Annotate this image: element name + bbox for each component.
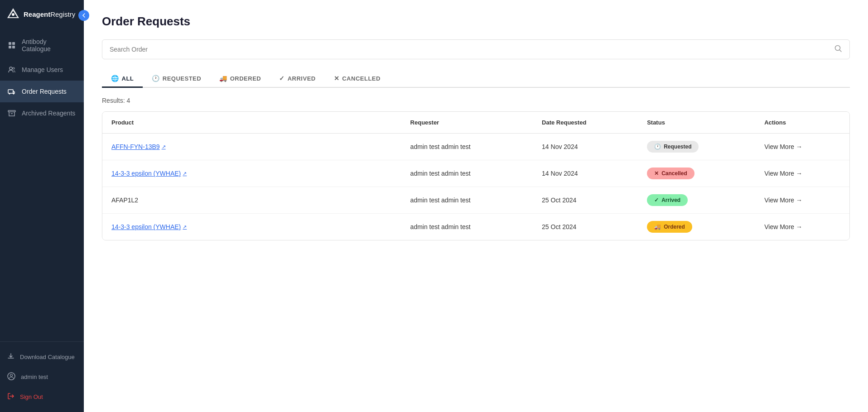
clock-icon: 🕐: [152, 75, 160, 82]
product-link[interactable]: 14-3-3 epsilon (YWHAE) ↗: [111, 223, 392, 230]
search-bar: [102, 39, 850, 59]
sidebar-bottom: Download Catalogue admin test Sign Out: [0, 341, 84, 412]
external-link-icon: ↗: [183, 224, 187, 230]
logo-icon: [6, 7, 20, 21]
status-badge: ✕ Cancelled: [647, 168, 694, 179]
table-row: AFFN-FYN-13B9 ↗ admin test admin test 14…: [102, 134, 849, 160]
sidebar-nav: Antibody Catalogue Manage Users: [0, 28, 84, 341]
product-link[interactable]: AFFN-FYN-13B9 ↗: [111, 143, 392, 150]
status-icon: ✕: [654, 170, 659, 177]
requester-cell: admin test admin test: [401, 187, 533, 214]
status-cell: ✕ Cancelled: [638, 160, 755, 187]
search-icon: [834, 44, 842, 54]
orders-table: Product Requester Date Requested Status …: [102, 112, 849, 240]
sidebar-item-antibody-catalogue[interactable]: Antibody Catalogue: [0, 32, 84, 59]
svg-rect-6: [12, 46, 15, 48]
status-cell: 🚚 Ordered: [638, 214, 755, 240]
product-link[interactable]: 14-3-3 epsilon (YWHAE) ↗: [111, 170, 392, 177]
action-cell: View More →: [755, 214, 849, 240]
svg-point-15: [835, 46, 840, 51]
status-icon: ✓: [654, 197, 659, 203]
svg-point-8: [13, 67, 14, 69]
svg-point-11: [13, 93, 14, 95]
product-cell: AFAP1L2: [102, 187, 401, 214]
sidebar-toggle[interactable]: [78, 10, 89, 21]
table-container: Product Requester Date Requested Status …: [102, 111, 850, 240]
sidebar-item-label: Antibody Catalogue: [22, 38, 77, 53]
archive-icon: [7, 109, 16, 118]
tab-ordered-label: ORDERED: [230, 75, 261, 82]
sidebar-item-label: Manage Users: [22, 66, 63, 73]
tabs: 🌐 ALL 🕐 REQUESTED 🚚 ORDERED ✓ ARRIVED ✕ …: [102, 70, 850, 88]
status-icon: 🚚: [654, 224, 661, 230]
admin-user-button[interactable]: admin test: [0, 367, 84, 387]
x-icon: ✕: [334, 75, 340, 82]
svg-rect-5: [9, 46, 11, 48]
date-cell: 25 Oct 2024: [533, 187, 638, 214]
tab-cancelled[interactable]: ✕ CANCELLED: [325, 70, 390, 88]
sidebar-item-order-requests[interactable]: Order Requests: [0, 81, 84, 102]
download-catalogue-button[interactable]: Download Catalogue: [0, 347, 84, 367]
tab-arrived[interactable]: ✓ ARRIVED: [270, 70, 325, 88]
requester-cell: admin test admin test: [401, 160, 533, 187]
svg-rect-4: [12, 42, 15, 45]
users-icon: [7, 65, 16, 74]
results-count: Results: 4: [102, 97, 850, 104]
view-more-button[interactable]: View More →: [764, 143, 840, 150]
sidebar-item-manage-users[interactable]: Manage Users: [0, 59, 84, 81]
requester-cell: admin test admin test: [401, 214, 533, 240]
sign-out-label: Sign Out: [20, 393, 43, 400]
sidebar-item-label: Archived Reagents: [22, 110, 75, 117]
svg-point-2: [12, 13, 14, 16]
external-link-icon: ↗: [183, 171, 187, 177]
globe-icon: 🌐: [111, 75, 119, 82]
download-catalogue-label: Download Catalogue: [20, 354, 75, 360]
check-icon: ✓: [279, 75, 285, 82]
truck-icon: [7, 87, 16, 96]
logo-text: ReagentRegistry: [24, 10, 75, 18]
search-input[interactable]: [110, 46, 834, 53]
page-title: Order Requests: [102, 14, 850, 29]
col-actions: Actions: [755, 112, 849, 134]
tab-all[interactable]: 🌐 ALL: [102, 70, 143, 88]
action-cell: View More →: [755, 134, 849, 160]
svg-point-7: [10, 67, 12, 70]
action-cell: View More →: [755, 187, 849, 214]
status-icon: 🕐: [654, 144, 661, 150]
product-cell: AFFN-FYN-13B9 ↗: [102, 134, 401, 160]
table-row: 14-3-3 epsilon (YWHAE) ↗ admin test admi…: [102, 214, 849, 240]
catalogue-icon: [7, 41, 16, 50]
tab-arrived-label: ARRIVED: [288, 75, 316, 82]
col-product: Product: [102, 112, 401, 134]
download-icon: [7, 353, 14, 361]
tab-requested[interactable]: 🕐 REQUESTED: [143, 70, 210, 88]
status-badge: ✓ Arrived: [647, 194, 688, 206]
date-cell: 25 Oct 2024: [533, 214, 638, 240]
svg-point-10: [9, 93, 10, 95]
sidebar: ReagentRegistry Antibody Catalogue: [0, 0, 84, 412]
sidebar-item-archived-reagents[interactable]: Archived Reagents: [0, 102, 84, 124]
date-cell: 14 Nov 2024: [533, 134, 638, 160]
svg-rect-9: [8, 90, 13, 93]
status-cell: 🕐 Requested: [638, 134, 755, 160]
tab-ordered[interactable]: 🚚 ORDERED: [210, 70, 270, 88]
svg-rect-12: [8, 110, 15, 112]
table-row: 14-3-3 epsilon (YWHAE) ↗ admin test admi…: [102, 160, 849, 187]
view-more-button[interactable]: View More →: [764, 196, 840, 204]
svg-rect-3: [9, 42, 11, 45]
logo: ReagentRegistry: [0, 0, 84, 28]
date-cell: 14 Nov 2024: [533, 160, 638, 187]
sign-out-icon: [7, 393, 14, 401]
sign-out-button[interactable]: Sign Out: [0, 387, 84, 407]
view-more-button[interactable]: View More →: [764, 170, 840, 177]
user-circle-icon: [7, 372, 15, 382]
tab-all-label: ALL: [122, 75, 134, 82]
view-more-button[interactable]: View More →: [764, 223, 840, 230]
external-link-icon: ↗: [162, 144, 166, 150]
status-badge: 🚚 Ordered: [647, 221, 692, 233]
truck-tab-icon: 🚚: [219, 75, 227, 82]
table-header-row: Product Requester Date Requested Status …: [102, 112, 849, 134]
main-content: Order Requests 🌐 ALL 🕐 REQUESTED 🚚 ORDER…: [84, 0, 868, 412]
tab-cancelled-label: CANCELLED: [342, 75, 381, 82]
status-cell: ✓ Arrived: [638, 187, 755, 214]
